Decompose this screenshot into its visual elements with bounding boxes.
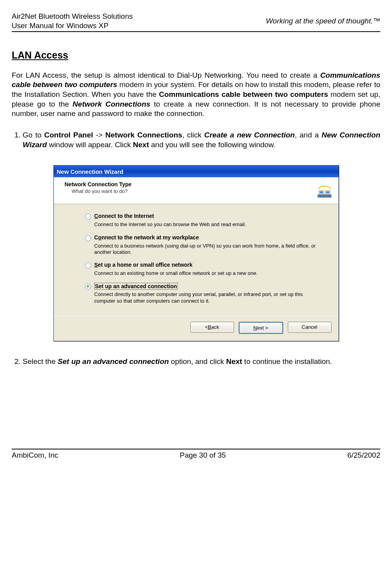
- option-connect-internet[interactable]: Connect to the Internet: [85, 213, 317, 220]
- steps-list-cont: Select the Set up an advanced connection…: [12, 357, 380, 367]
- option-desc: Connect to a business network (using dia…: [94, 243, 317, 256]
- header-left: Air2Net Bluetooth Wireless Solutions Use…: [12, 12, 133, 30]
- radio-icon[interactable]: [85, 235, 91, 241]
- option-label: Connect to the network at my workplace: [94, 234, 199, 241]
- dialog-content: Connect to the Internet Connect to the I…: [54, 204, 339, 316]
- next-button[interactable]: Next >: [239, 322, 283, 334]
- option-desc: Connect to the Internet so you can brows…: [94, 221, 317, 228]
- page-header: Air2Net Bluetooth Wireless Solutions Use…: [12, 12, 380, 32]
- new-connection-wizard-dialog: New Connection Wizard Network Connection…: [53, 165, 339, 341]
- option-desc: Connect to an existing home or small off…: [94, 270, 317, 276]
- svg-rect-3: [320, 191, 323, 193]
- intro-paragraph: For LAN Access, the setup is almost iden…: [12, 71, 380, 119]
- steps-list: Go to Control Panel -> Network Connectio…: [12, 130, 380, 150]
- back-button[interactable]: < Back: [190, 322, 234, 333]
- option-label: Set up a home or small office network: [94, 262, 193, 268]
- header-line2: User Manual for Windows XP: [12, 21, 133, 30]
- option-label: Connect to the Internet: [94, 213, 154, 219]
- option-desc: Connect directly to another computer usi…: [94, 291, 317, 304]
- dialog-title: New Connection Wizard: [57, 168, 124, 175]
- step-1: Go to Control Panel -> Network Connectio…: [23, 130, 380, 150]
- option-connect-workplace[interactable]: Connect to the network at my workplace: [85, 234, 317, 241]
- header-right: Working at the speed of thought.™: [266, 17, 380, 25]
- cancel-button[interactable]: Cancel: [288, 322, 332, 333]
- option-label: Set up an advanced connection: [94, 283, 178, 290]
- dialog-header-panel: Network Connection Type What do you want…: [54, 177, 339, 204]
- radio-icon[interactable]: [85, 283, 91, 290]
- step-2: Select the Set up an advanced connection…: [23, 357, 380, 367]
- radio-icon[interactable]: [85, 214, 91, 220]
- radio-icon[interactable]: [85, 262, 91, 269]
- option-home-office-network[interactable]: Set up a home or small office network: [85, 262, 317, 269]
- dialog-title-bar: New Connection Wizard: [54, 166, 339, 177]
- network-icon: [315, 181, 334, 200]
- footer-right: 6/25/2002: [347, 451, 380, 460]
- section-heading: LAN Access: [12, 50, 380, 61]
- svg-rect-4: [326, 191, 329, 193]
- option-advanced-connection[interactable]: Set up an advanced connection: [85, 283, 317, 290]
- dialog-header-title: Network Connection Type: [65, 181, 132, 187]
- dialog-header-subtitle: What do you want to do?: [72, 188, 132, 194]
- footer-center: Page 30 of 35: [180, 451, 226, 460]
- page-footer: AmbiCom, Inc Page 30 of 35 6/25/2002: [12, 449, 380, 460]
- dialog-button-bar: < Back Next > Cancel: [54, 316, 339, 341]
- header-line1: Air2Net Bluetooth Wireless Solutions: [12, 12, 133, 21]
- svg-rect-0: [318, 194, 332, 198]
- footer-left: AmbiCom, Inc: [12, 451, 58, 460]
